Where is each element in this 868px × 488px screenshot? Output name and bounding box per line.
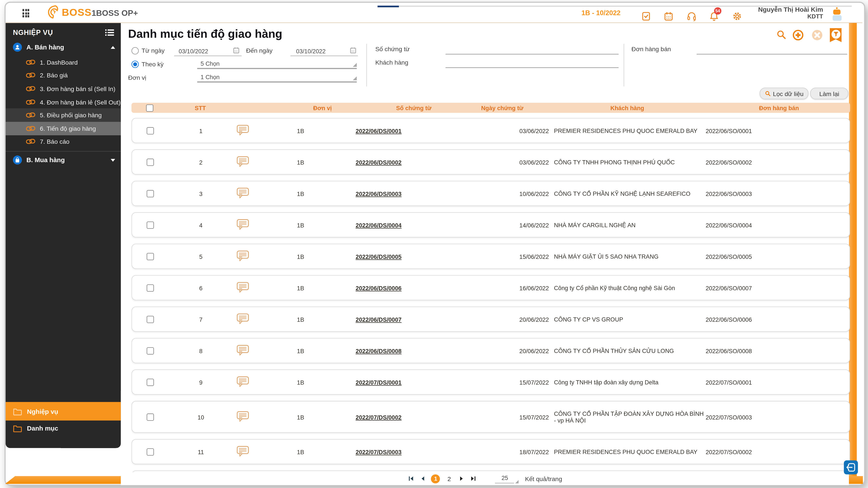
user-menu[interactable]: Nguyễn Thị Hoài Kim KDTT bbox=[758, 6, 823, 20]
sidebar-item[interactable]: 5. Điều phối giao hàng bbox=[6, 109, 121, 122]
sidebar-item[interactable]: 7. Báo cáo bbox=[6, 135, 121, 148]
comment-bubble-icon[interactable] bbox=[237, 446, 249, 458]
table-row[interactable]: 9 1B 2022/07/DS/0001 15/07/2022 Công ty … bbox=[131, 369, 850, 395]
sidebar-item[interactable]: 1. DashBoard bbox=[6, 56, 121, 69]
table-row[interactable]: 8 1B 2022/06/DS/0008 20/06/2022 CÔNG TY … bbox=[131, 338, 850, 363]
comment-bubble-icon[interactable] bbox=[237, 411, 249, 423]
period-selector[interactable]: 1B - 10/2022 bbox=[581, 9, 620, 17]
row-doc-link[interactable]: 2022/06/DS/0002 bbox=[355, 159, 402, 165]
comment-bubble-icon[interactable] bbox=[237, 250, 249, 263]
row-checkbox[interactable] bbox=[147, 221, 154, 228]
row-checkbox[interactable] bbox=[147, 127, 154, 134]
comment-bubble-icon[interactable] bbox=[237, 282, 249, 294]
row-stt: 10 bbox=[185, 414, 216, 420]
col-customer[interactable]: Khách hàng bbox=[592, 104, 662, 111]
avatar[interactable] bbox=[832, 7, 843, 22]
row-checkbox[interactable] bbox=[147, 190, 154, 197]
row-checkbox[interactable] bbox=[147, 347, 154, 354]
row-checkbox[interactable] bbox=[147, 378, 154, 386]
calendar-picker-icon[interactable] bbox=[349, 46, 357, 54]
row-doc-link[interactable]: 2022/06/DS/0003 bbox=[355, 190, 402, 197]
comment-bubble-icon[interactable] bbox=[237, 376, 249, 388]
row-checkbox[interactable] bbox=[147, 158, 154, 166]
period-radio[interactable] bbox=[131, 61, 139, 68]
row-doc-link[interactable]: 2022/06/DS/0005 bbox=[355, 253, 402, 260]
from-date-radio[interactable] bbox=[131, 47, 139, 55]
table-row[interactable]: 7 1B 2022/06/DS/0007 20/06/2022 CÔNG TY … bbox=[131, 306, 850, 332]
sales-order-input[interactable] bbox=[696, 45, 847, 55]
add-icon[interactable] bbox=[792, 29, 804, 41]
row-doc-link[interactable]: 2022/06/DS/0008 bbox=[355, 347, 402, 354]
sidebar-item[interactable]: 2. Báo giá bbox=[6, 69, 121, 82]
calendar-icon[interactable] bbox=[663, 11, 674, 22]
comment-bubble-icon[interactable] bbox=[237, 124, 249, 137]
table-row[interactable]: 2 1B 2022/06/DS/0002 03/06/2022 CÔNG TY … bbox=[131, 150, 850, 175]
row-unit: 1B bbox=[289, 316, 312, 323]
calendar-picker-icon[interactable] bbox=[232, 46, 240, 54]
sidebar-item[interactable]: 6. Tiến độ giao hàng bbox=[6, 122, 121, 135]
first-page-icon[interactable] bbox=[408, 475, 414, 482]
row-doc-link[interactable]: 2022/06/DS/0007 bbox=[355, 316, 402, 323]
next-page-icon[interactable] bbox=[458, 475, 465, 482]
col-order[interactable]: Đơn hàng bán bbox=[744, 104, 814, 111]
col-date[interactable]: Ngày chứng từ bbox=[469, 104, 536, 111]
right-scrollbar[interactable] bbox=[849, 6, 857, 476]
sidebar-section-mua-hang[interactable]: B. Mua hàng bbox=[6, 152, 121, 169]
reset-button[interactable]: Làm lại bbox=[810, 88, 848, 99]
app-launcher-icon[interactable] bbox=[23, 9, 32, 17]
row-checkbox[interactable] bbox=[147, 316, 154, 323]
table-row[interactable]: 11 1B 2022/07/DS/0003 18/07/2022 PREMIER… bbox=[131, 439, 850, 464]
col-stt[interactable]: STT bbox=[185, 104, 216, 111]
table-row[interactable]: 6 1B 2022/06/DS/0006 16/06/2022 Công ty … bbox=[131, 275, 850, 300]
sidebar-item[interactable]: 4. Đơn hàng bán lẻ (Sell Out) bbox=[6, 95, 121, 109]
doc-number-input[interactable] bbox=[445, 45, 619, 55]
sidebar-tab-nghiep-vu[interactable]: Nghiệp vụ bbox=[6, 402, 121, 420]
sidebar-tab-danh-muc[interactable]: Danh mục bbox=[6, 421, 121, 436]
last-page-icon[interactable] bbox=[470, 475, 477, 482]
top-scroll-thumb[interactable] bbox=[377, 6, 399, 7]
col-unit[interactable]: Đơn vị bbox=[306, 104, 339, 111]
link-icon bbox=[26, 86, 35, 92]
col-doc[interactable]: Số chứng từ bbox=[387, 104, 440, 111]
row-checkbox[interactable] bbox=[147, 448, 154, 455]
row-doc-link[interactable]: 2022/06/DS/0004 bbox=[355, 222, 402, 228]
row-checkbox[interactable] bbox=[147, 253, 154, 260]
comment-bubble-icon[interactable] bbox=[237, 219, 249, 231]
tasks-icon[interactable] bbox=[641, 11, 651, 22]
comment-bubble-icon[interactable] bbox=[237, 313, 249, 325]
search-icon[interactable] bbox=[776, 29, 786, 40]
row-doc-link[interactable]: 2022/07/DS/0003 bbox=[355, 448, 402, 455]
customer-input[interactable] bbox=[445, 58, 619, 68]
headset-icon[interactable] bbox=[687, 11, 697, 22]
row-doc-link[interactable]: 2022/06/DS/0006 bbox=[355, 285, 402, 291]
prev-page-icon[interactable] bbox=[420, 475, 426, 482]
row-checkbox[interactable] bbox=[147, 413, 154, 421]
period-select[interactable] bbox=[197, 58, 356, 69]
page-number-1[interactable]: 1 bbox=[431, 474, 440, 483]
sidebar-collapse-icon[interactable] bbox=[105, 29, 114, 36]
page-size-select[interactable]: 25 bbox=[495, 474, 515, 483]
sidebar-section-ban-hang[interactable]: A. Bán hàng bbox=[6, 39, 121, 56]
settings-gear-icon[interactable] bbox=[732, 11, 742, 22]
sidebar: NGHIỆP VỤ A. Bán hàng 1. DashBoard bbox=[6, 23, 121, 448]
table-row[interactable]: 3 1B 2022/06/DS/0003 10/06/2022 CÔNG TY … bbox=[131, 181, 850, 206]
comment-bubble-icon[interactable] bbox=[237, 187, 249, 200]
sidebar-item[interactable]: 3. Đơn hàng bán sỉ (Sell In) bbox=[6, 82, 121, 95]
row-doc-link[interactable]: 2022/07/DS/0001 bbox=[355, 379, 402, 386]
close-icon[interactable] bbox=[811, 29, 823, 41]
unit-select[interactable] bbox=[197, 71, 356, 83]
row-customer: Công ty Cổ phần Kỹ thuật Công nghệ Sài G… bbox=[554, 284, 706, 291]
exit-button[interactable] bbox=[844, 460, 858, 475]
table-row[interactable]: 1 1B 2022/06/DS/0001 03/06/2022 PREMIER … bbox=[131, 118, 850, 143]
row-checkbox[interactable] bbox=[147, 284, 154, 291]
table-row[interactable]: 4 1B 2022/06/DS/0004 14/06/2022 NHÀ MÁY … bbox=[131, 212, 850, 238]
table-row[interactable]: 10 1B 2022/07/DS/0002 15/07/2022 CÔNG TY… bbox=[131, 401, 850, 433]
filter-data-button[interactable]: Lọc dữ liệu bbox=[760, 88, 808, 99]
row-doc-link[interactable]: 2022/07/DS/0002 bbox=[355, 414, 402, 420]
page-number-2[interactable]: 2 bbox=[445, 475, 453, 482]
table-row[interactable]: 5 1B 2022/06/DS/0005 15/06/2022 NHÀ MÁY … bbox=[131, 244, 850, 269]
comment-bubble-icon[interactable] bbox=[237, 345, 249, 357]
select-all-checkbox[interactable] bbox=[146, 104, 153, 112]
comment-bubble-icon[interactable] bbox=[237, 156, 249, 168]
row-doc-link[interactable]: 2022/06/DS/0001 bbox=[355, 127, 402, 134]
